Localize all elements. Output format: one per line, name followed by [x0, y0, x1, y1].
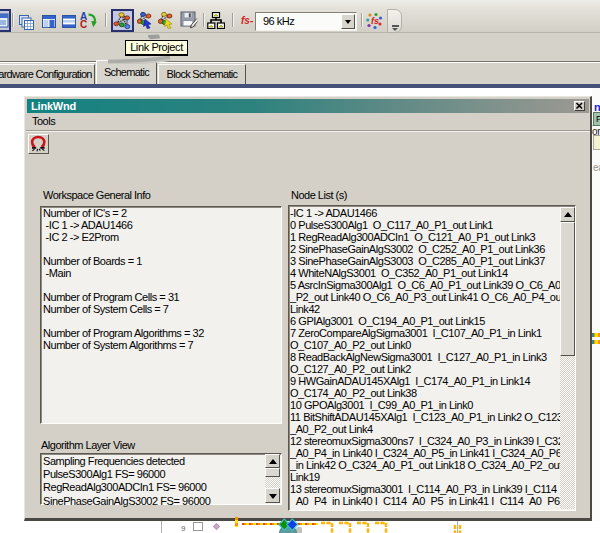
svg-text:fs: fs: [371, 16, 379, 26]
